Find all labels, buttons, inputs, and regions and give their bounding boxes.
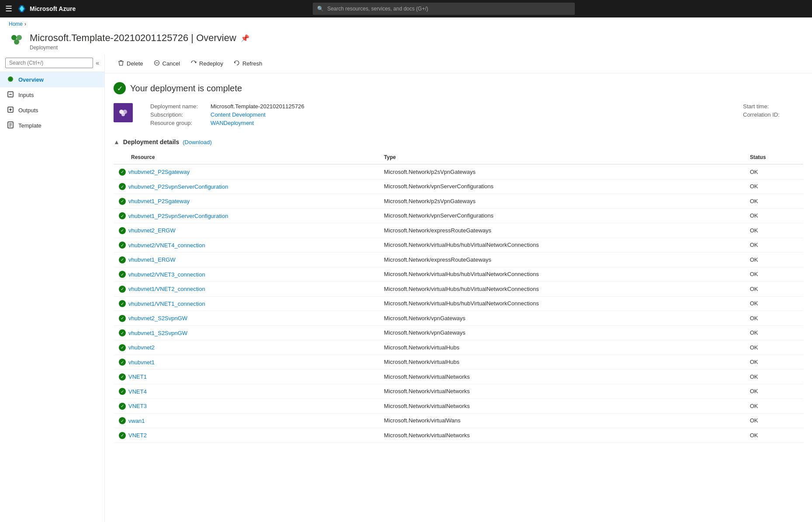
cell-type: Microsoft.Network/virtualWans xyxy=(379,413,745,428)
cell-status: OK xyxy=(745,296,803,311)
search-icon: 🔍 xyxy=(317,6,324,12)
cell-type: Microsoft.Network/virtualNetworks xyxy=(379,428,745,443)
cancel-button[interactable]: Cancel xyxy=(149,58,184,69)
global-search-bar[interactable]: 🔍 xyxy=(313,3,575,15)
pin-icon[interactable]: 📌 xyxy=(241,34,249,42)
page-header-text: Microsoft.Template-20210201125726 | Over… xyxy=(30,32,249,51)
cell-type: Microsoft.Network/virtualNetworks xyxy=(379,399,745,414)
row-status-icon: ✓ xyxy=(119,359,126,366)
cell-status: OK xyxy=(745,311,803,326)
delete-icon xyxy=(118,60,124,67)
redeploy-button[interactable]: Redeploy xyxy=(186,58,228,69)
page-header: Microsoft.Template-20210201125726 | Over… xyxy=(0,31,812,54)
cell-status: OK xyxy=(745,252,803,267)
row-status-icon: ✓ xyxy=(119,169,126,176)
table-row: ✓ vhubvnet1_S2SvpnGW Microsoft.Network/v… xyxy=(114,325,803,340)
sidebar-item-template[interactable]: Template xyxy=(0,118,104,133)
correlation-id-label: Correlation ID: xyxy=(743,111,800,118)
meta-correlation-id: Correlation ID: xyxy=(743,111,803,118)
table-row: ✓ vhubvnet2_P2Sgateway Microsoft.Network… xyxy=(114,164,803,179)
deployment-meta-left: Deployment name: Microsoft.Template-2021… xyxy=(150,103,726,128)
resource-link[interactable]: vhubvnet1_S2SvpnGW xyxy=(128,330,187,336)
resource-link[interactable]: vhubvnet1_P2Sgateway xyxy=(128,198,190,204)
table-row: ✓ vhubvnet2/VNET3_connection Microsoft.N… xyxy=(114,267,803,282)
resource-link[interactable]: vhubvnet2_P2Sgateway xyxy=(128,169,190,175)
table-row: ✓ vhubvnet2 Microsoft.Network/virtualHub… xyxy=(114,340,803,355)
sidebar-item-outputs[interactable]: Outputs xyxy=(0,103,104,118)
resource-link[interactable]: VNET3 xyxy=(128,403,147,409)
cell-status: OK xyxy=(745,399,803,414)
resource-link[interactable]: VNET2 xyxy=(128,432,147,439)
table-row: ✓ vhubvnet1_P2SvpnServerConfiguration Mi… xyxy=(114,208,803,223)
resource-link[interactable]: vhubvnet2_ERGW xyxy=(128,227,176,234)
resource-group-value: WANDeployment xyxy=(211,120,254,126)
deployment-meta-right: Start time: Correlation ID: xyxy=(743,103,803,120)
deployment-status-message: Your deployment is complete xyxy=(130,83,242,93)
sidebar-item-label-overview: Overview xyxy=(18,76,44,83)
sidebar-search-area: « xyxy=(0,54,104,72)
sidebar-search-input[interactable] xyxy=(5,58,93,68)
resource-link[interactable]: VNET4 xyxy=(128,388,147,395)
cell-type: Microsoft.Network/virtualNetworks xyxy=(379,370,745,384)
refresh-button[interactable]: Refresh xyxy=(229,58,267,69)
delete-button[interactable]: Delete xyxy=(114,58,148,69)
overview-icon xyxy=(7,76,14,84)
sidebar-item-inputs[interactable]: Inputs xyxy=(0,87,104,103)
resource-link[interactable]: vhubvnet2_S2SvpnGW xyxy=(128,315,187,321)
cell-resource: ✓ vhubvnet2_ERGW xyxy=(114,223,379,238)
cell-resource: ✓ VNET4 xyxy=(114,384,379,399)
resource-link[interactable]: vhubvnet2/VNET3_connection xyxy=(128,271,205,278)
start-time-label: Start time: xyxy=(743,103,800,110)
cell-type: Microsoft.Network/virtualNetworks xyxy=(379,384,745,399)
delete-label: Delete xyxy=(127,60,143,67)
subscription-label: Subscription: xyxy=(150,111,207,118)
deployment-info: Deployment name: Microsoft.Template-2021… xyxy=(114,103,803,128)
cell-resource: ✓ vhubvnet2_S2SvpnGW xyxy=(114,311,379,326)
hamburger-menu[interactable]: ☰ xyxy=(5,4,12,14)
table-body: ✓ vhubvnet2_P2Sgateway Microsoft.Network… xyxy=(114,164,803,442)
row-status-icon: ✓ xyxy=(119,432,126,439)
resource-link[interactable]: vhubvnet1_ERGW xyxy=(128,256,176,263)
resource-link[interactable]: VNET1 xyxy=(128,373,147,380)
resource-link[interactable]: vhubvnet2_P2SvpnServerConfiguration xyxy=(128,183,228,190)
deployment-name-label: Deployment name: xyxy=(150,103,207,110)
resource-link[interactable]: vhubvnet1/VNET2_connection xyxy=(128,286,205,292)
table-row: ✓ vhubvnet2_P2SvpnServerConfiguration Mi… xyxy=(114,179,803,194)
top-navigation: ☰ Microsoft Azure 🔍 xyxy=(0,0,812,17)
resource-link[interactable]: vhubvnet1 xyxy=(128,359,155,366)
cell-status: OK xyxy=(745,384,803,399)
row-status-icon: ✓ xyxy=(119,183,126,190)
main-layout: « Overview Inputs Outputs xyxy=(0,54,812,522)
global-search-input[interactable] xyxy=(327,6,570,12)
row-status-icon: ✓ xyxy=(119,403,126,410)
cell-type: Microsoft.Network/vpnServerConfiguration… xyxy=(379,208,745,223)
table-row: ✓ VNET1 Microsoft.Network/virtualNetwork… xyxy=(114,370,803,384)
table-row: ✓ VNET4 Microsoft.Network/virtualNetwork… xyxy=(114,384,803,399)
resource-link[interactable]: vhubvnet2/VNET4_connection xyxy=(128,242,205,249)
cell-status: OK xyxy=(745,355,803,370)
svg-point-21 xyxy=(121,113,125,116)
cell-type: Microsoft.Network/virtualHubs xyxy=(379,340,745,355)
cell-status: OK xyxy=(745,370,803,384)
sidebar-item-overview[interactable]: Overview xyxy=(0,72,104,87)
collapse-details-icon[interactable]: ▲ xyxy=(114,138,120,145)
table-row: ✓ vhubvnet1 Microsoft.Network/virtualHub… xyxy=(114,355,803,370)
download-link[interactable]: (Download) xyxy=(183,139,211,145)
inputs-icon xyxy=(7,91,14,99)
sidebar-collapse-icon[interactable]: « xyxy=(96,59,99,66)
row-status-icon: ✓ xyxy=(119,242,126,249)
deployment-details-label: Deployment details xyxy=(123,138,179,145)
resource-link[interactable]: vwan1 xyxy=(128,418,145,424)
resource-link[interactable]: vhubvnet1_P2SvpnServerConfiguration xyxy=(128,213,228,219)
cell-resource: ✓ VNET3 xyxy=(114,399,379,414)
cell-type: Microsoft.Network/virtualHubs/hubVirtual… xyxy=(379,238,745,252)
table-header: Resource Type Status xyxy=(114,151,803,164)
cell-status: OK xyxy=(745,179,803,194)
breadcrumb-home[interactable]: Home xyxy=(9,21,23,27)
resource-link[interactable]: vhubvnet1/VNET1_connection xyxy=(128,301,205,307)
meta-start-time: Start time: xyxy=(743,103,803,110)
sidebar-item-label-template: Template xyxy=(18,122,41,129)
table-row: ✓ VNET3 Microsoft.Network/virtualNetwork… xyxy=(114,399,803,414)
page-title: Microsoft.Template-20210201125726 | Over… xyxy=(30,32,236,44)
resource-link[interactable]: vhubvnet2 xyxy=(128,344,155,351)
